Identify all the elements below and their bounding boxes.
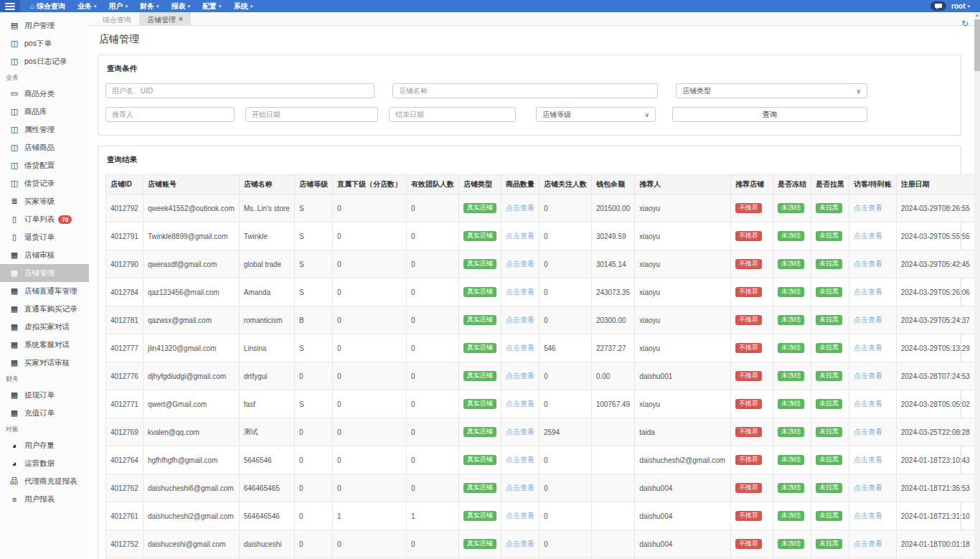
sidebar-item-product-category[interactable]: ▭商品分类 [0,85,89,103]
sidebar-item-virtual-buyer-chat[interactable]: ▦虚拟买家对话 [0,318,89,336]
view-visitors-link[interactable]: 点击查看 [854,232,882,240]
table-row: 4012792qweek41552@outlook.comMs. Lin's s… [106,194,975,222]
start-date-input[interactable] [245,107,378,122]
tab-store-management[interactable]: 店铺管理 × [139,12,191,25]
nav-menu-system[interactable]: 系统▾ [234,1,253,11]
pie-chart-icon: ◕ [9,441,19,450]
view-visitors-link[interactable]: 点击查看 [854,288,882,296]
view-visitors-link[interactable]: 点击查看 [854,316,882,324]
nav-menu-finance[interactable]: 财务▾ [140,1,159,11]
view-visitors-link[interactable]: 点击查看 [854,204,882,212]
sidebar-item-pos-order[interactable]: ◫pos下单 [0,34,89,52]
view-products-link[interactable]: 点击查看 [506,456,534,464]
sidebar-item-label: pos日志记录 [24,57,67,67]
nav-menu-label: 系统 [234,1,248,11]
view-products-link[interactable]: 点击查看 [506,204,534,212]
sidebar-item-return-orders[interactable]: ▯退货订单 [0,228,89,246]
sidebar-item-product-library[interactable]: ◫商品库 [0,103,89,121]
cell-direct-sub: 0 [332,362,406,390]
sidebar-item-system-service-chat[interactable]: ▦系统客服对话 [0,336,89,354]
sidebar-item-operation-data[interactable]: ◕运营数据 [0,454,89,472]
close-icon[interactable]: × [179,15,183,23]
table-row: 4012791Twinkle8899@gmail.comTwinkleS00真实… [106,222,975,250]
chat-button[interactable] [930,1,946,11]
view-visitors-link[interactable]: 点击查看 [854,540,882,548]
vertical-scrollbar[interactable]: ▲ [974,12,980,559]
view-visitors-link[interactable]: 点击查看 [854,484,882,492]
refresh-icon[interactable]: ↻ [961,19,969,28]
view-products-link[interactable]: 点击查看 [506,232,534,240]
nav-home[interactable]: ⌂ 综合查询 [30,1,65,11]
sidebar-item-recharge-orders[interactable]: ▦充值订单 [0,404,89,422]
sidebar-item-loan-config[interactable]: ◫借贷配置 [0,156,89,174]
view-products-link[interactable]: 点击查看 [506,288,534,296]
view-products-link[interactable]: 点击查看 [506,484,534,492]
nav-right: root ▾ [930,1,980,11]
tab-overview[interactable]: 综合查询 [95,12,139,25]
cell-register-date: 2024-03-28T05:05:02 [896,390,974,418]
sidebar-item-buyer-chat-review[interactable]: ▦买家对话审核 [0,354,89,372]
sidebar-item-attribute-management[interactable]: ◫属性管理 [0,121,89,138]
sidebar-item-agent-report[interactable]: 品代理商充提报表 [0,472,89,490]
cell-products: 点击查看 [501,334,539,362]
cell-store-id: 4012792 [106,194,143,222]
sidebar-item-user-stock[interactable]: ◕用户存量 [0,436,89,454]
cell-frozen: 未冻结 [773,194,811,222]
view-visitors-link[interactable]: 点击查看 [854,372,882,380]
view-visitors-link[interactable]: 点击查看 [854,260,882,268]
view-products-link[interactable]: 点击查看 [506,428,534,436]
id-card-icon: ▦ [9,268,19,278]
view-products-link[interactable]: 点击查看 [506,372,534,380]
store-level-select[interactable]: 店铺等级 ∨ [536,107,656,122]
scrollbar-thumb[interactable] [974,19,980,71]
cell-products: 点击查看 [501,194,539,222]
store-type-select[interactable]: 店铺类型 ∨ [676,83,867,98]
sidebar-item-withdrawal-orders[interactable]: ▦提现订单 [0,386,89,404]
recommend-status-badge: 不推荐 [735,371,762,381]
view-products-link[interactable]: 点击查看 [506,540,534,548]
view-products-link[interactable]: 点击查看 [506,260,534,268]
sidebar-item-order-list[interactable]: ▯订单列表70 [0,210,89,228]
view-products-link[interactable]: 点击查看 [506,316,534,324]
sidebar-item-express-purchase-records[interactable]: ▦直通车购买记录 [0,300,89,318]
sidebar-item-store-review[interactable]: ▦店铺审核 [0,246,89,264]
view-visitors-link[interactable]: 点击查看 [854,512,882,520]
column-header: 访客/待到账 [849,175,896,194]
sidebar-item-user-report[interactable]: ≡用户报表 [0,490,89,508]
sidebar-item-store-management[interactable]: ▦店铺管理 [0,264,89,282]
referrer-input[interactable] [105,107,235,122]
search-button[interactable]: 查询 [672,107,867,122]
cell-store-id: 4012769 [106,418,143,446]
sidebar-item-buyer-level[interactable]: ≣买家等级 [0,192,89,210]
view-visitors-link[interactable]: 点击查看 [854,344,882,352]
menu-toggle-icon[interactable] [0,0,20,12]
view-products-link[interactable]: 点击查看 [506,512,534,520]
view-products-link[interactable]: 点击查看 [506,400,534,408]
view-visitors-link[interactable]: 点击查看 [854,428,882,436]
sidebar-item-store-products[interactable]: ◫店铺商品 [0,138,89,156]
scroll-up-icon[interactable]: ▲ [975,12,980,18]
end-date-input[interactable] [389,107,516,122]
user-menu[interactable]: root ▾ [951,2,970,10]
nav-menu-config[interactable]: 配置▾ [202,1,222,11]
store-name-input[interactable] [392,83,658,98]
cell-store-name: Amanda [239,278,294,306]
table-icon: ◫ [9,125,19,134]
sidebar-item-user-management[interactable]: ▤用户管理 [0,17,89,34]
view-visitors-link[interactable]: 点击查看 [854,456,882,464]
nav-menu-business[interactable]: 业务▾ [77,1,97,11]
store-level-select-value: 店铺等级 [542,110,571,120]
view-visitors-link[interactable]: 点击查看 [854,400,882,408]
cell-team-count: 0 [406,222,458,250]
cell-store-name: 646465465 [239,474,294,502]
cell-store-id: 4012771 [106,390,143,418]
sidebar-item-pos-log[interactable]: ◫pos日志记录 [0,52,89,70]
sidebar-item-loan-records[interactable]: ◫借贷记录 [0,174,89,192]
view-products-link[interactable]: 点击查看 [506,344,534,352]
nav-menu-user[interactable]: 用户▾ [109,1,128,11]
sidebar-item-store-express-management[interactable]: ▦店铺直通车管理 [0,282,89,300]
nav-menu-report[interactable]: 报表▾ [171,1,191,11]
username-uid-input[interactable] [105,83,374,98]
cell-store-account: qazwsx@gmail.com [143,306,239,334]
cell-store-id: 4012762 [106,474,143,502]
